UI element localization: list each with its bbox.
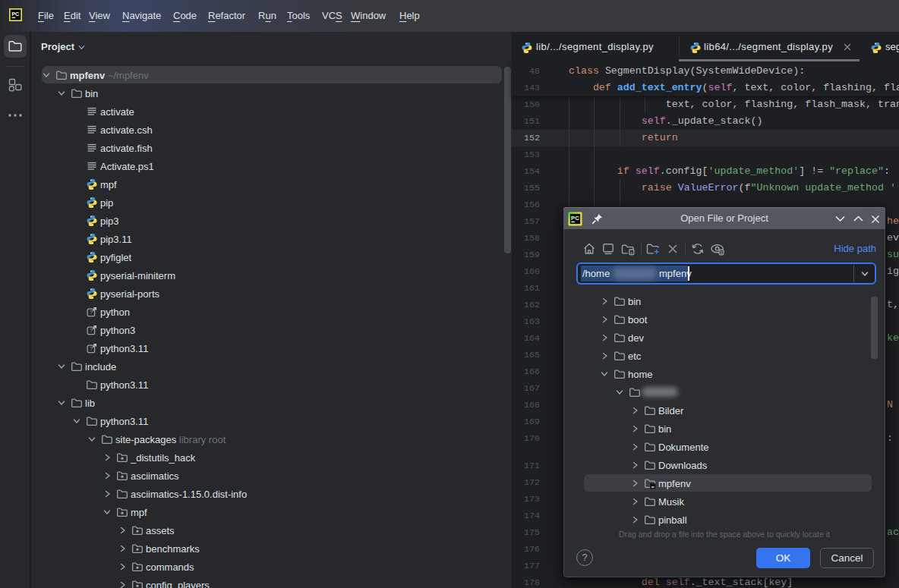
svg-text:?: ? [90,346,93,351]
svg-text:?: ? [90,310,93,315]
svg-text:PC: PC [11,11,19,17]
svg-text:?: ? [90,328,93,333]
